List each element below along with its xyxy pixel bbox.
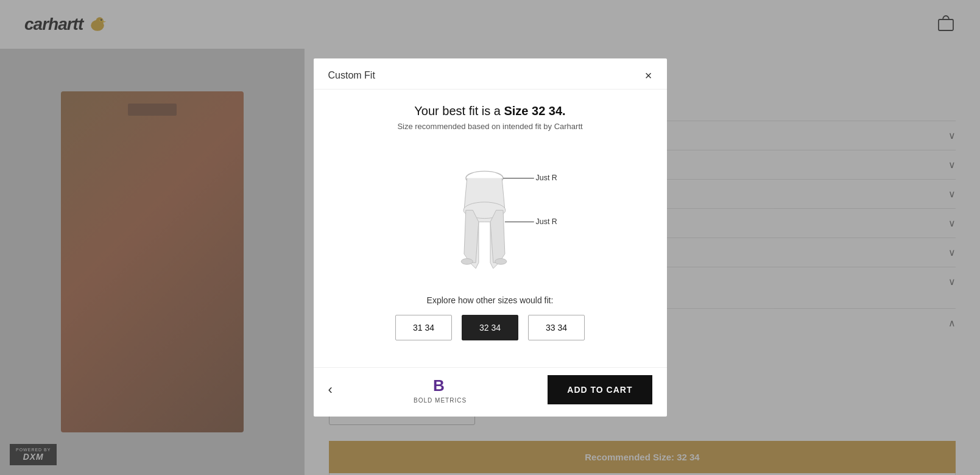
svg-point-7	[461, 259, 473, 265]
add-to-cart-button[interactable]: ADD TO CART	[548, 375, 652, 404]
modal-close-button[interactable]: ×	[645, 69, 652, 82]
size-option-33-34[interactable]: 33 34	[528, 315, 585, 340]
bold-metrics-text: BOLD METRICS	[414, 397, 467, 404]
svg-text:B: B	[433, 376, 445, 395]
fit-subtext: Size recommended based on intended fit b…	[333, 122, 647, 131]
svg-point-8	[495, 259, 506, 265]
size-option-31-34[interactable]: 31 34	[395, 315, 452, 340]
body-figure-svg: Just Right Just Right	[423, 146, 557, 280]
modal-footer: ‹ B BOLD METRICS ADD TO CART	[314, 367, 667, 417]
custom-fit-modal: Custom Fit × Your best fit is a Size 32 …	[314, 58, 667, 417]
size-option-32-34[interactable]: 32 34	[462, 315, 518, 340]
page-background: carhartt Custom Relaxed Fit Work Pant	[0, 0, 980, 475]
size-options: 31 34 32 34 33 34	[333, 315, 647, 340]
bold-metrics-icon: B	[431, 376, 449, 395]
modal-header: Custom Fit ×	[314, 58, 667, 90]
prev-button[interactable]: ‹	[328, 382, 333, 398]
modal-body: Your best fit is a Size 32 34. Size reco…	[314, 90, 667, 367]
modal-title: Custom Fit	[328, 70, 375, 81]
fit-size: Size 32 34.	[504, 104, 565, 118]
bold-metrics-branding: B BOLD METRICS	[414, 376, 467, 404]
svg-text:Just Right: Just Right	[535, 174, 557, 182]
fit-headline: Your best fit is a Size 32 34.	[333, 104, 647, 118]
explore-label: Explore how other sizes would fit:	[333, 295, 647, 305]
body-figure: Just Right Just Right	[333, 143, 647, 283]
svg-text:Just Right: Just Right	[535, 217, 557, 226]
